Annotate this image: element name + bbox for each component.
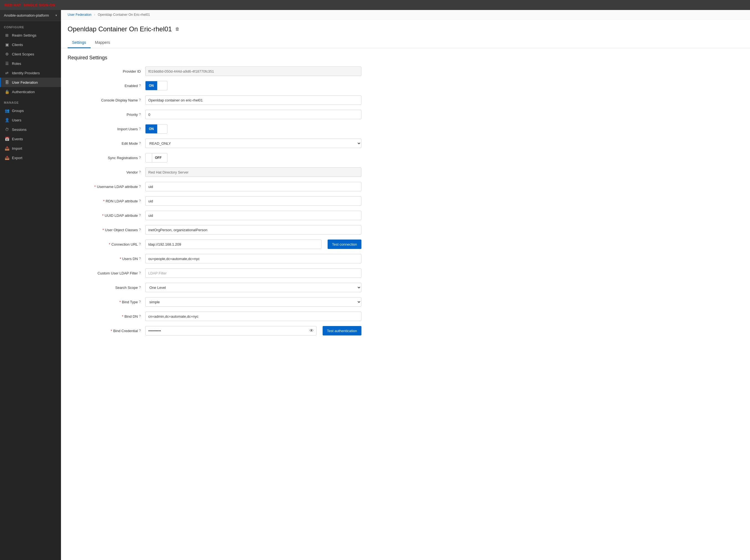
- bind-type-row: * Bind Type ? simple none: [68, 297, 743, 307]
- sidebar-item-client-scopes[interactable]: ⚙ Client Scopes: [0, 49, 61, 59]
- identity-providers-icon: ⇄: [5, 71, 9, 75]
- bind-type-label: * Bind Type ?: [68, 300, 145, 304]
- connection-url-input[interactable]: [145, 240, 322, 249]
- vendor-label: Vendor ?: [68, 170, 145, 174]
- enabled-toggle[interactable]: ON: [145, 81, 167, 91]
- sidebar-label-events: Events: [12, 137, 23, 141]
- enabled-label: Enabled ?: [68, 84, 145, 88]
- required-star-uuid: *: [102, 214, 104, 218]
- provider-id-label: Provider ID: [68, 69, 145, 74]
- username-ldap-attribute-input[interactable]: [145, 182, 361, 191]
- bind-dn-input[interactable]: [145, 312, 361, 321]
- sidebar-item-import[interactable]: 📥 Import: [0, 144, 61, 153]
- vendor-input: [145, 167, 361, 177]
- client-scopes-icon: ⚙: [5, 52, 9, 56]
- realm-selector[interactable]: Ansible-automation-platform ▾: [0, 10, 61, 21]
- bind-dn-row: * Bind DN ?: [68, 311, 743, 321]
- sync-registrations-toggle[interactable]: OFF: [145, 153, 167, 162]
- test-authentication-button[interactable]: Test authentication: [323, 326, 361, 336]
- toggle-indicator: [157, 81, 164, 90]
- sidebar-item-clients[interactable]: ▣ Clients: [0, 40, 61, 49]
- form-area: Required Settings Provider ID Enabled ?: [61, 48, 750, 357]
- sidebar-item-realm-settings[interactable]: ⊞ Realm Settings: [0, 31, 61, 40]
- sync-toggle-spacer: [145, 153, 152, 162]
- required-star-url: *: [109, 242, 110, 246]
- console-display-name-label: Console Display Name ?: [68, 98, 145, 102]
- search-scope-select[interactable]: One Level Subtree: [145, 283, 361, 292]
- tab-settings[interactable]: Settings: [68, 37, 90, 48]
- breadcrumb-separator: ›: [94, 13, 95, 17]
- sync-registrations-control: OFF: [145, 153, 361, 162]
- users-dn-input[interactable]: [145, 254, 361, 263]
- username-ldap-attribute-control: [145, 182, 361, 191]
- sidebar-item-authentication[interactable]: 🔒 Authentication: [0, 87, 61, 97]
- import-icon: 📥: [5, 146, 9, 151]
- sidebar-item-roles[interactable]: ☰ Roles: [0, 59, 61, 68]
- console-display-name-help-icon: ?: [139, 98, 141, 102]
- custom-user-ldap-filter-input[interactable]: [145, 268, 361, 278]
- show-password-icon[interactable]: 👁: [309, 328, 314, 333]
- clients-icon: ▣: [5, 42, 9, 47]
- delete-icon[interactable]: 🗑: [175, 27, 180, 32]
- breadcrumb-current: Openldap Container On Eric-rhel01: [98, 13, 150, 17]
- username-ldap-attribute-label: * Username LDAP attribute ?: [68, 185, 145, 189]
- import-users-toggle-on-label: ON: [145, 124, 157, 133]
- topbar: RED HAT SINGLE SIGN-ON: [0, 0, 750, 10]
- bind-credential-input[interactable]: [145, 326, 317, 336]
- sidebar-item-identity-providers[interactable]: ⇄ Identity Providers: [0, 68, 61, 78]
- sidebar-label-client-scopes: Client Scopes: [12, 52, 34, 56]
- required-star: *: [94, 185, 96, 189]
- breadcrumb-parent-link[interactable]: User Federation: [68, 13, 92, 17]
- configure-section-label: Configure: [0, 21, 61, 31]
- username-ldap-attribute-row: * Username LDAP attribute ?: [68, 182, 743, 192]
- sidebar-item-events[interactable]: 📅 Events: [0, 134, 61, 144]
- grid-icon: ⊞: [5, 33, 9, 37]
- import-users-row: Import Users ? ON: [68, 124, 743, 134]
- priority-label: Priority ?: [68, 113, 145, 117]
- bind-credential-help-icon: ?: [139, 329, 141, 333]
- custom-user-ldap-filter-label: Custom User LDAP Filter ?: [68, 271, 145, 275]
- bind-credential-row: * Bind Credential ? 👁 Test authenticatio…: [68, 326, 743, 336]
- sidebar-label-authentication: Authentication: [12, 90, 35, 94]
- user-object-classes-row: * User Object Classes ?: [68, 225, 743, 235]
- sidebar-label-roles: Roles: [12, 62, 21, 66]
- uuid-ldap-attribute-input[interactable]: [145, 211, 361, 220]
- sidebar-item-sessions[interactable]: ⏱ Sessions: [0, 125, 61, 134]
- sync-toggle-off-label: OFF: [152, 153, 164, 162]
- required-star-dn: *: [120, 257, 121, 261]
- console-display-name-input[interactable]: [145, 95, 361, 105]
- required-star-rdn: *: [103, 199, 104, 203]
- rdn-ldap-attribute-row: * RDN LDAP attribute ?: [68, 196, 743, 206]
- sidebar-label-users: Users: [12, 118, 21, 122]
- rdn-ldap-attribute-control: [145, 196, 361, 206]
- sidebar-label-sessions: Sessions: [12, 127, 27, 132]
- bind-type-select[interactable]: simple none: [145, 297, 361, 307]
- export-icon: 📤: [5, 156, 9, 160]
- sidebar-label-export: Export: [12, 156, 22, 160]
- sidebar-label-clients: Clients: [12, 43, 23, 47]
- section-title: Required Settings: [68, 55, 743, 61]
- bind-type-control: simple none: [145, 297, 361, 307]
- sidebar-item-groups[interactable]: 👥 Groups: [0, 106, 61, 115]
- import-users-help-icon: ?: [139, 127, 141, 131]
- priority-control: [145, 110, 361, 119]
- edit-mode-select[interactable]: READ_ONLY WRITABLE UNSYNCED: [145, 139, 361, 148]
- enabled-control: ON: [145, 81, 361, 91]
- import-users-toggle[interactable]: ON: [145, 124, 167, 134]
- sidebar-item-users[interactable]: 👤 Users: [0, 115, 61, 125]
- console-display-name-row: Console Display Name ?: [68, 95, 743, 105]
- sidebar-item-export[interactable]: 📤 Export: [0, 153, 61, 162]
- test-connection-button[interactable]: Test connection: [328, 240, 361, 249]
- rdn-ldap-attribute-input[interactable]: [145, 196, 361, 206]
- vendor-row: Vendor ?: [68, 167, 743, 177]
- sync-registrations-row: Sync Registrations ? OFF: [68, 153, 743, 163]
- user-object-classes-input[interactable]: [145, 225, 361, 235]
- breadcrumb: User Federation › Openldap Container On …: [61, 10, 750, 20]
- priority-input[interactable]: [145, 110, 361, 119]
- sidebar-item-user-federation[interactable]: 🗄 User Federation: [0, 78, 61, 87]
- import-users-toggle-indicator: [157, 124, 164, 133]
- bind-credential-wrap: 👁: [145, 326, 317, 336]
- tab-mappers[interactable]: Mappers: [90, 37, 115, 48]
- connection-url-help-icon: ?: [139, 242, 141, 246]
- rdn-ldap-attribute-help-icon: ?: [139, 199, 141, 203]
